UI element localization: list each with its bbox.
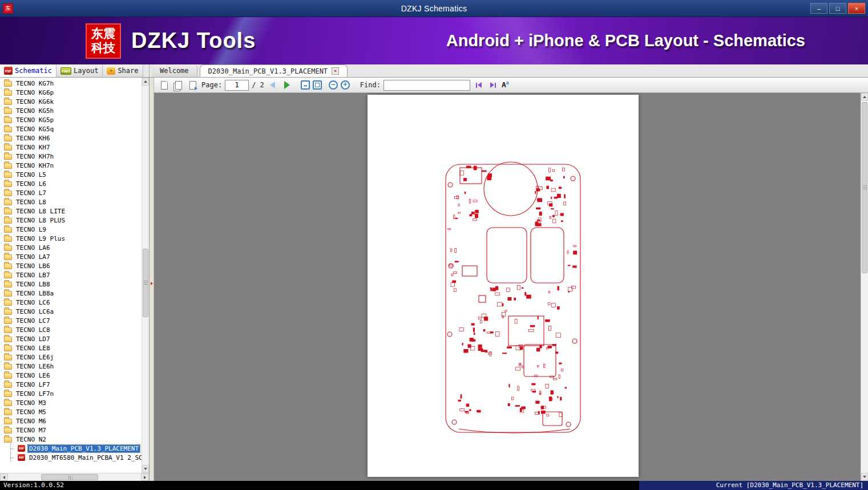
tree-folder-item[interactable]: TECNO LE6j bbox=[0, 353, 142, 362]
tree-folder-item[interactable]: TECNO LC6 bbox=[0, 298, 142, 307]
single-page-icon[interactable] bbox=[159, 79, 170, 91]
main-tabs: PDF Schematic PADS Layout ➤ Share bbox=[0, 64, 150, 77]
tree-folder-item[interactable]: TECNO M5 bbox=[0, 407, 142, 416]
splitter-collapse-icon[interactable] bbox=[150, 278, 154, 289]
tab-share[interactable]: ➤ Share bbox=[103, 64, 143, 77]
tree-file-item[interactable]: PDF D2030_Main_PCB_V1.3_PLACEMENT bbox=[0, 444, 142, 453]
folder-icon bbox=[4, 373, 12, 379]
tree-folder-item[interactable]: TECNO L8 PLUS bbox=[0, 216, 142, 225]
sidebar-vertical-scrollbar[interactable] bbox=[142, 78, 149, 473]
facing-pages-icon[interactable] bbox=[173, 79, 184, 91]
tree-folder-item[interactable]: TECNO L8 LITE bbox=[0, 206, 142, 216]
text-size-icon[interactable]: Aa bbox=[502, 80, 509, 89]
logo-line1: 东震 bbox=[91, 27, 115, 41]
tree-folder-item[interactable]: TECNO KH7h bbox=[0, 152, 142, 161]
tree-folder-item[interactable]: TECNO N2 bbox=[0, 435, 142, 444]
document-canvas[interactable] bbox=[154, 93, 868, 481]
tab-document[interactable]: D2030_Main_PCB_V1.3_PLACEMENT ✕ bbox=[200, 64, 348, 77]
fit-width-icon[interactable]: ↔ bbox=[301, 80, 310, 90]
tree-folder-item[interactable]: TECNO L9 Plus bbox=[0, 234, 142, 243]
tab-schematic-label: Schematic bbox=[15, 67, 52, 75]
tree-folder-item[interactable]: TECNO LE6 bbox=[0, 371, 142, 380]
tree-folder-item[interactable]: TECNO KH6 bbox=[0, 133, 142, 143]
tree-folder-item[interactable]: TECNO KG6p bbox=[0, 88, 142, 97]
previous-page-icon[interactable] bbox=[267, 79, 278, 91]
title-bar[interactable]: 东 DZKJ Schematics – □ × bbox=[0, 0, 868, 17]
tree-folder-item[interactable]: TECNO M3 bbox=[0, 398, 142, 407]
tab-close-icon[interactable]: ✕ bbox=[332, 67, 339, 75]
folder-icon bbox=[4, 191, 12, 196]
zoom-in-icon[interactable]: + bbox=[341, 80, 350, 90]
scroll-down-icon[interactable] bbox=[142, 465, 149, 473]
page-input[interactable] bbox=[225, 80, 249, 91]
scroll-right-icon[interactable] bbox=[141, 473, 149, 481]
tree-item-label: TECNO LB8 bbox=[15, 281, 51, 288]
tree-item-label: TECNO LC7 bbox=[15, 317, 51, 325]
sidebar-scrollbar-thumb[interactable] bbox=[143, 249, 148, 317]
tree-folder-item[interactable]: TECNO LF7 bbox=[0, 380, 142, 389]
tree-folder-item[interactable]: TECNO L6 bbox=[0, 179, 142, 188]
tree-folder-item[interactable]: TECNO M7 bbox=[0, 426, 142, 435]
tree-folder-item[interactable]: TECNO L9 bbox=[0, 225, 142, 234]
scroll-left-icon[interactable] bbox=[0, 473, 8, 481]
folder-icon bbox=[4, 218, 12, 224]
tree-file-item[interactable]: PDF D2030_MT6580_Main_PCBA_V1 2_SCH bbox=[0, 453, 142, 462]
company-logo: 东震 科技 bbox=[86, 23, 121, 59]
zoom-out-icon[interactable]: − bbox=[329, 80, 338, 90]
tab-layout[interactable]: PADS Layout bbox=[56, 64, 103, 77]
tree-folder-item[interactable]: TECNO KG7h bbox=[0, 79, 142, 88]
viewer-toolbar: Page: / 2 ↔ − + Find: Aa bbox=[154, 78, 868, 93]
tree-folder-item[interactable]: TECNO LC7 bbox=[0, 316, 142, 325]
tree-item-label: TECNO L5 bbox=[15, 171, 47, 179]
sidebar-splitter[interactable] bbox=[150, 78, 154, 481]
tree-folder-item[interactable]: TECNO M6 bbox=[0, 416, 142, 426]
tree-folder-item[interactable]: TECNO LD7 bbox=[0, 334, 142, 343]
sidebar-horizontal-scrollbar[interactable] bbox=[0, 473, 149, 481]
pdf-icon: PDF bbox=[18, 454, 25, 461]
tree-folder-item[interactable]: TECNO KH7 bbox=[0, 143, 142, 152]
find-previous-icon[interactable] bbox=[473, 79, 485, 91]
tree-item-label: TECNO M6 bbox=[15, 418, 47, 425]
scroll-up-icon[interactable] bbox=[142, 78, 149, 86]
maximize-button[interactable]: □ bbox=[829, 3, 846, 14]
tree-folder-item[interactable]: TECNO LF7n bbox=[0, 389, 142, 398]
tree-folder-item[interactable]: TECNO LC6a bbox=[0, 307, 142, 316]
tree-item-label: TECNO LF7n bbox=[15, 390, 55, 398]
tab-welcome[interactable]: Welcome bbox=[152, 64, 197, 77]
tree-folder-item[interactable]: TECNO L8 bbox=[0, 197, 142, 206]
scroll-up-icon[interactable] bbox=[861, 93, 868, 101]
tree-folder-item[interactable]: TECNO KG5h bbox=[0, 106, 142, 115]
sidebar-hscrollbar-thumb[interactable] bbox=[41, 474, 98, 480]
tree-folder-item[interactable]: TECNO L7 bbox=[0, 188, 142, 197]
tree-folder-item[interactable]: TECNO LB7 bbox=[0, 270, 142, 280]
scroll-down-icon[interactable] bbox=[861, 473, 868, 481]
tree-folder-item[interactable]: TECNO LA6 bbox=[0, 243, 142, 252]
tree-folder-item[interactable]: TECNO LE8 bbox=[0, 343, 142, 353]
folder-icon bbox=[4, 163, 12, 169]
find-next-icon[interactable] bbox=[487, 79, 499, 91]
tab-schematic[interactable]: PDF Schematic bbox=[0, 64, 56, 77]
fit-page-icon[interactable] bbox=[313, 80, 322, 90]
tree-folder-item[interactable]: TECNO LA7 bbox=[0, 252, 142, 261]
page-copy-icon[interactable] bbox=[187, 79, 199, 91]
tree-folder-item[interactable]: TECNO KG5q bbox=[0, 124, 142, 133]
tree-folder-item[interactable]: TECNO L5 bbox=[0, 170, 142, 179]
tree-folder-item[interactable]: TECNO KG5p bbox=[0, 115, 142, 124]
tree-folder-item[interactable]: TECNO LB8a bbox=[0, 289, 142, 298]
folder-icon bbox=[4, 227, 12, 233]
tree-wrap: TECNO KG7h TECNO KG6p TECNO KG6k TECNO K… bbox=[0, 78, 149, 473]
tree-folder-item[interactable]: TECNO KH7n bbox=[0, 161, 142, 170]
minimize-button[interactable]: – bbox=[810, 3, 827, 14]
tree-folder-item[interactable]: TECNO LB6 bbox=[0, 261, 142, 270]
tree-folder-item[interactable]: TECNO LE6h bbox=[0, 362, 142, 371]
folder-icon bbox=[4, 355, 12, 361]
close-button[interactable]: × bbox=[848, 3, 865, 14]
tree-folder-item[interactable]: TECNO LC8 bbox=[0, 325, 142, 334]
tree-folder-item[interactable]: TECNO LB8 bbox=[0, 280, 142, 289]
next-page-icon[interactable] bbox=[281, 79, 293, 91]
content-scrollbar-thumb[interactable] bbox=[862, 102, 867, 273]
find-input[interactable] bbox=[383, 80, 470, 91]
tree-folder-item[interactable]: TECNO KG6k bbox=[0, 97, 142, 106]
content-vertical-scrollbar[interactable] bbox=[861, 93, 868, 481]
tree-item-label: TECNO L8 bbox=[15, 199, 47, 206]
